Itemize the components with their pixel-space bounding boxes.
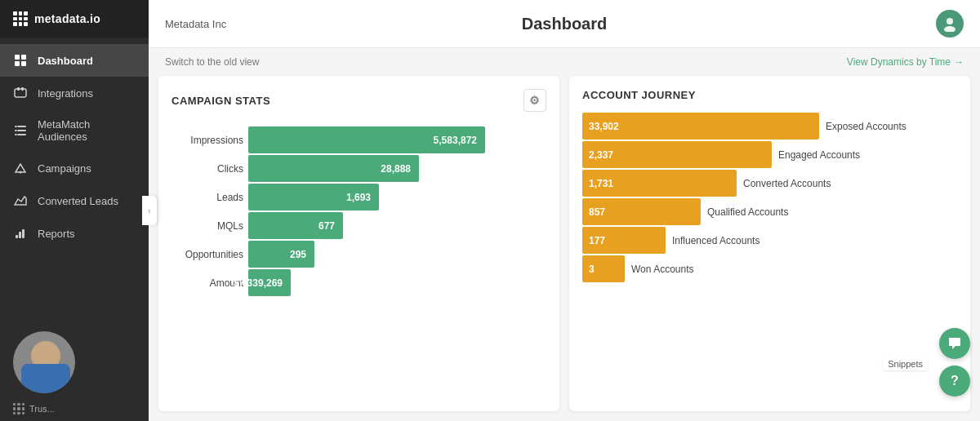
svg-rect-6 (21, 87, 24, 91)
page-title: Dashboard (522, 15, 607, 33)
campaign-row-bar: 295 (248, 241, 314, 268)
user-avatar-top[interactable] (936, 10, 964, 38)
sidebar-item-converted-leads[interactable]: Converted Leads (0, 184, 149, 217)
trust-icon (13, 403, 24, 414)
campaign-stats-title: CAMPAIGN STATS ⚙ (172, 89, 546, 112)
sidebar-logo[interactable]: metadata.io (0, 0, 149, 38)
svg-rect-17 (22, 229, 24, 238)
svg-rect-12 (16, 134, 18, 135)
account-funnel-row: 857 Qualified Accounts (582, 198, 957, 225)
svg-rect-4 (15, 89, 26, 97)
switch-view-link[interactable]: Switch to the old view (165, 56, 259, 68)
account-row-label: Qualified Accounts (707, 206, 788, 218)
action-bar: Switch to the old view View Dynamics by … (149, 48, 980, 76)
company-name: Metadata Inc (165, 18, 226, 30)
chat-button[interactable] (939, 328, 970, 359)
account-row-bar: 1,731 (582, 170, 737, 197)
converted-leads-icon (13, 193, 28, 208)
campaign-settings-button[interactable]: ⚙ (523, 89, 546, 112)
campaign-funnel: Impressions 5,583,872 Clicks 28,888 Lead… (172, 123, 546, 299)
campaign-row-label: Opportunities (172, 249, 243, 260)
campaign-funnel-row: Opportunities 295 (172, 241, 546, 268)
campaign-funnel-row: Clicks 28,888 (172, 155, 546, 182)
account-row-bar: 33,902 (582, 113, 819, 140)
campaign-row-bar: $7,339,269 (248, 269, 291, 296)
svg-rect-11 (16, 130, 18, 131)
svg-point-13 (20, 171, 22, 174)
sidebar-item-reports[interactable]: Reports (0, 217, 149, 250)
logo-text: metadata.io (34, 12, 100, 25)
sidebar-item-label: Integrations (38, 87, 93, 100)
sidebar-item-label: Converted Leads (38, 195, 118, 207)
campaign-funnel-row: Leads 1,693 (172, 184, 546, 210)
campaign-row-label: Clicks (172, 163, 243, 175)
help-icon: ? (951, 374, 959, 388)
sidebar-item-label: Campaigns (38, 162, 91, 175)
account-row-label: Engaged Accounts (778, 149, 860, 161)
account-row-bar: 177 (582, 227, 666, 254)
topbar-right (936, 10, 964, 38)
sidebar-item-campaigns[interactable]: Campaigns (0, 152, 149, 184)
trust-badge: Trus... (0, 397, 149, 421)
campaign-row-bar: 1,693 (248, 184, 379, 210)
campaign-row-label: Amount (172, 277, 243, 289)
account-row-label: Exposed Accounts (826, 121, 906, 132)
help-button[interactable]: ? (939, 366, 970, 397)
reports-icon (13, 226, 28, 241)
svg-rect-2 (15, 61, 20, 66)
dashboard-icon (13, 53, 28, 68)
sidebar-item-label: MetaMatch Audiences (38, 118, 136, 143)
logo-icon (13, 11, 28, 26)
svg-point-19 (944, 26, 956, 32)
svg-marker-14 (15, 197, 26, 205)
integrations-icon (13, 86, 28, 100)
topbar: Metadata Inc Dashboard (149, 0, 980, 48)
account-row-label: Won Accounts (631, 264, 694, 275)
snippets-label: Snippets (883, 357, 928, 370)
svg-point-18 (947, 18, 953, 24)
svg-rect-1 (21, 55, 26, 60)
topbar-left: Metadata Inc (165, 18, 226, 30)
view-dynamics-link[interactable]: View Dynamics by Time → (847, 56, 964, 68)
sidebar-item-integrations[interactable]: Integrations (0, 77, 149, 109)
sidebar: metadata.io Dashboard (0, 0, 149, 421)
sidebar-item-dashboard[interactable]: Dashboard (0, 44, 149, 77)
account-row-bar: 2,337 (582, 141, 772, 168)
svg-rect-5 (17, 87, 20, 91)
account-funnel-row: 2,337 Engaged Accounts (582, 141, 957, 168)
collapse-icon: ‹ (148, 206, 150, 215)
svg-rect-0 (15, 55, 20, 60)
campaign-row-label: MQLs (172, 220, 243, 232)
account-funnel-row: 3 Won Accounts (582, 255, 957, 282)
main-content: Metadata Inc Dashboard Switch to the old… (149, 0, 980, 421)
sidebar-item-metamatch[interactable]: MetaMatch Audiences (0, 109, 149, 152)
sidebar-collapse-button[interactable]: ‹ (142, 196, 157, 225)
account-funnel: 33,902 Exposed Accounts 2,337 Engaged Ac… (582, 113, 957, 282)
campaign-row-bar: 5,583,872 (248, 126, 485, 153)
view-dynamics-label: View Dynamics by Time (847, 56, 951, 68)
campaign-row-bar: 677 (248, 212, 343, 239)
account-row-bar: 3 (582, 255, 625, 282)
campaign-stats-card: CAMPAIGN STATS ⚙ Impressions 5,583,872 C… (158, 76, 559, 411)
trust-label: Trus... (29, 404, 55, 414)
campaigns-icon (13, 161, 28, 175)
float-buttons: Snippets ? (939, 328, 970, 397)
user-avatar-sidebar (13, 331, 75, 393)
account-row-label: Converted Accounts (743, 178, 831, 189)
account-funnel-row: 1,731 Converted Accounts (582, 170, 957, 197)
account-row-bar: 857 (582, 198, 701, 225)
sidebar-item-label: Reports (38, 228, 75, 240)
svg-rect-10 (16, 126, 18, 127)
account-funnel-row: 33,902 Exposed Accounts (582, 113, 957, 140)
account-journey-title: ACCOUNT JOURNEY (582, 89, 957, 101)
campaign-funnel-row: MQLs 677 (172, 212, 546, 239)
sidebar-item-label: Dashboard (38, 55, 93, 67)
metamatch-icon (13, 123, 28, 138)
campaign-funnel-row: Impressions 5,583,872 (172, 126, 546, 153)
campaign-row-bar: 28,888 (248, 155, 419, 182)
sidebar-nav: Dashboard Integrations (0, 38, 149, 328)
svg-rect-15 (16, 235, 18, 238)
campaign-funnel-row: Amount $7,339,269 (172, 269, 546, 296)
svg-rect-16 (19, 232, 21, 238)
campaign-row-label: Impressions (172, 135, 243, 146)
